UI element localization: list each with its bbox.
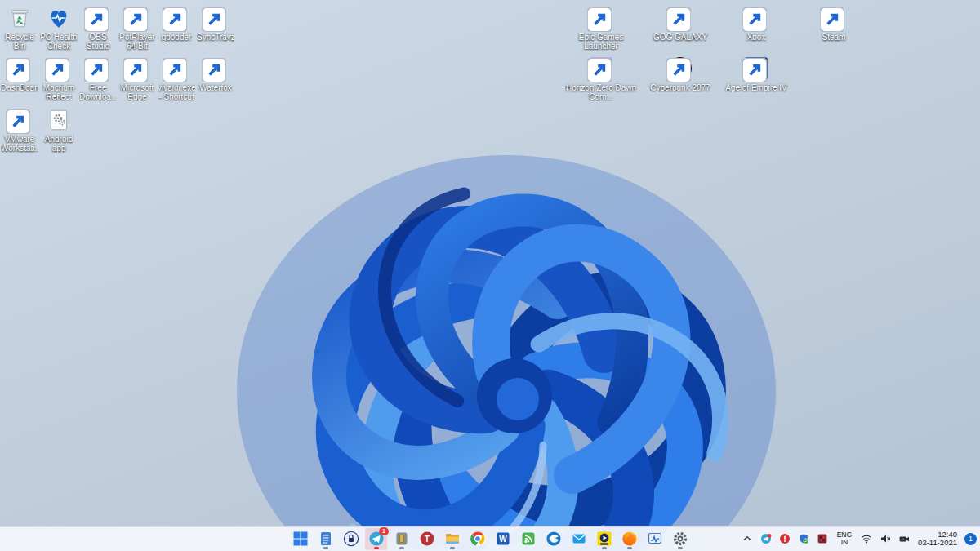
taskbar-app-task-manager[interactable] (644, 528, 666, 550)
word-icon: W (495, 531, 511, 547)
desktop-icon-vivaldi[interactable]: V vivaldi.exe - Shortcut (158, 56, 195, 101)
desktop-icon-age-of-empires-4[interactable]: IV Age of Empire IV (720, 56, 792, 92)
desktop-icon-recycle-bin[interactable]: Recycle Bin (1, 5, 38, 51)
tray-security-shield-icon[interactable] (797, 532, 810, 545)
icon-label: Age of Empire IV (720, 83, 792, 92)
start-button[interactable] (289, 528, 311, 550)
desktop-icon-horizon-zero-dawn[interactable]: Horizon Zero Dawn Com... (565, 56, 637, 101)
telegram-badge: 1 (379, 527, 389, 535)
taskbar-app-firefox[interactable] (618, 528, 640, 550)
taskbar-app-utility[interactable] (390, 528, 412, 550)
vivaldi-icon: V (163, 56, 189, 82)
tray-telegram-icon[interactable] (760, 532, 773, 545)
shortcut-arrow-icon (163, 7, 187, 32)
gear-icon (672, 531, 688, 547)
shortcut-arrow-icon (742, 58, 767, 82)
icon-label: Steam (798, 33, 870, 42)
desktop-icon-gog-galaxy[interactable]: GOG GALAXY (644, 5, 716, 42)
taskbar-app-notes[interactable] (314, 528, 336, 550)
tray-scanner-icon[interactable] (816, 532, 829, 545)
icon-label: PotPlayer 64 Bit (118, 33, 156, 51)
icon-label: Cyberpunk 2077 (644, 83, 716, 92)
icon-label: Free Downloa... (79, 83, 117, 101)
obs-studio-icon (85, 5, 111, 31)
icon-label: Recycle Bin (1, 33, 38, 51)
windows-11-desktop[interactable]: { "wallpaper": { "name": "windows-11-blo… (0, 0, 980, 551)
taskbar-app-chrome[interactable] (466, 528, 488, 550)
tray-alert-icon[interactable] (778, 532, 791, 545)
shortcut-arrow-icon (123, 7, 148, 32)
taskbar: 1 T W (0, 526, 980, 551)
notes-app-icon (318, 531, 334, 547)
taskbar-app-thunderbird[interactable] (542, 528, 564, 550)
desktop-icon-gpodder[interactable]: gpodder (158, 5, 195, 42)
taskbar-app-rss-reader[interactable] (517, 528, 539, 550)
utility-app-icon (394, 531, 410, 547)
icon-label: OBS Studio (79, 33, 117, 51)
desktop-icon-android-install-bat[interactable]: Android app Install.bat (40, 107, 78, 153)
taskbar-app-file-explorer[interactable] (441, 528, 463, 550)
icon-label: GOG GALAXY (644, 33, 716, 42)
shortcut-arrow-icon (666, 58, 691, 82)
icon-label: Android app Install.bat (40, 135, 78, 153)
synctrayzor-icon (203, 5, 229, 31)
firefox-icon (621, 531, 638, 547)
desktop-icon-free-download-manager[interactable]: Free Downloa... (79, 56, 117, 101)
icon-label: Microsoft Edge (118, 83, 156, 101)
volume-icon[interactable] (879, 532, 892, 545)
macrium-reflect-icon (46, 56, 72, 82)
desktop-icon-microsoft-edge[interactable]: Microsoft Edge (118, 56, 156, 101)
shortcut-arrow-icon (84, 7, 109, 32)
epic-games-icon: EPIC GAMES (588, 5, 614, 31)
taskbar-app-word[interactable]: W (492, 528, 514, 550)
taskbar-app-potplayer[interactable] (593, 528, 615, 550)
taskbar-app-telegram[interactable]: 1 (365, 528, 387, 550)
desktop-icon-synctrayzor[interactable]: SyncTrayzor... (197, 5, 234, 42)
desktop-icon-macrium-reflect[interactable]: Macrium Reflect (40, 56, 78, 101)
t-app-icon: T (419, 531, 435, 547)
desktop-icon-vmware-workstation[interactable]: VMware Workstati... (1, 107, 38, 153)
language-indicator[interactable]: ENG IN (835, 530, 854, 548)
desktop-icon-dashboard[interactable]: DashBoard (1, 56, 38, 92)
taskbar-app-settings[interactable] (669, 528, 691, 550)
task-manager-icon (647, 531, 663, 547)
icon-label: Xbox (720, 33, 792, 42)
vmware-workstation-icon (7, 107, 33, 133)
taskbar-app-t[interactable]: T (416, 528, 438, 550)
desktop-icon-obs-studio[interactable]: OBS Studio (79, 5, 117, 51)
taskbar-app-mail[interactable] (568, 528, 590, 550)
taskbar-app-area: 1 T W (289, 527, 691, 551)
notification-count-badge[interactable]: 1 (964, 533, 977, 545)
shortcut-arrow-icon (84, 58, 109, 82)
microsoft-edge-icon (124, 56, 150, 82)
file-explorer-icon (444, 531, 461, 547)
shortcut-arrow-icon (6, 58, 30, 82)
shortcut-arrow-icon (666, 7, 691, 32)
desktop-icon-pc-health-check[interactable]: PC Health Check (40, 5, 78, 51)
desktop-icon-cyberpunk-2077[interactable]: Cyberpunk 2077 (644, 56, 716, 92)
desktop-icon-xbox[interactable]: Xbox (720, 5, 792, 42)
batch-file-icon (46, 107, 72, 133)
icon-label: SyncTrayzor... (197, 33, 234, 42)
chrome-icon (470, 531, 486, 547)
desktop-icon-epic-games[interactable]: EPIC GAMES Epic Games Launcher (565, 5, 637, 51)
shortcut-arrow-icon (742, 7, 767, 32)
taskbar-app-lock[interactable] (340, 528, 362, 550)
tray-chevron-up[interactable] (741, 532, 754, 545)
desktop-icon-steam[interactable]: Steam (798, 5, 870, 42)
icon-label: DashBoard (1, 83, 38, 92)
wifi-icon[interactable] (860, 532, 873, 545)
desktop-icon-waterfox[interactable]: W Waterfox (197, 56, 234, 92)
desktop-icon-potplayer[interactable]: PotPlayer 64 Bit (118, 5, 156, 51)
xbox-icon (743, 5, 769, 31)
padlock-app-icon (343, 531, 359, 547)
shortcut-arrow-icon (587, 7, 612, 32)
running-indicator (678, 547, 683, 549)
potplayer-icon (596, 531, 612, 547)
tray-device-icon[interactable] (898, 532, 911, 545)
taskbar-clock[interactable]: 12:40 02-11-2021 (916, 529, 959, 549)
icon-label: vivaldi.exe - Shortcut (158, 83, 195, 101)
age-of-empires-4-icon: IV (743, 56, 769, 82)
dashboard-icon (7, 56, 33, 82)
icon-label: Horizon Zero Dawn Com... (565, 83, 637, 101)
